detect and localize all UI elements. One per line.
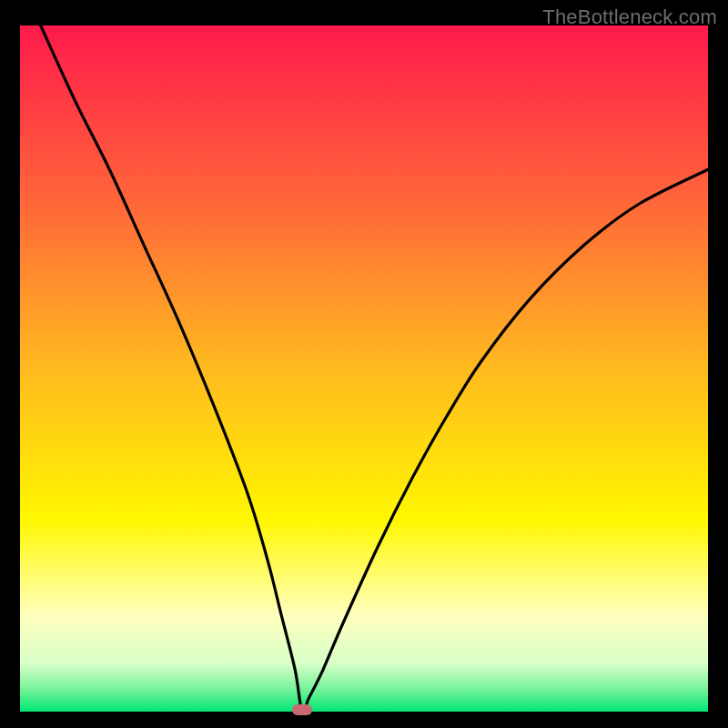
- watermark-text: TheBottleneck.com: [542, 5, 717, 29]
- minimum-marker: [292, 704, 312, 715]
- chart-canvas: [20, 25, 708, 712]
- gradient-background: [20, 25, 708, 712]
- chart-frame: [20, 25, 708, 712]
